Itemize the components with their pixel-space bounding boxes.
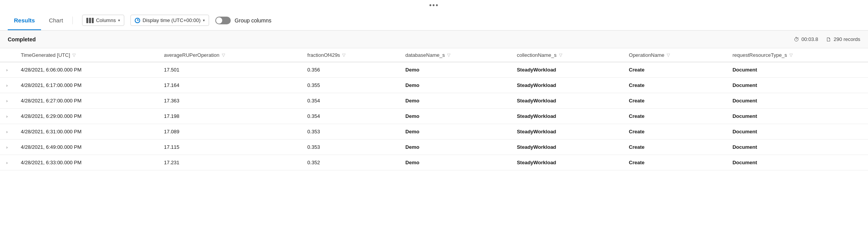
cell-time-5: 4/28/2021, 6:49:00.000 PM	[15, 140, 158, 155]
status-text: Completed	[8, 36, 36, 43]
cell-fraction-0: 0.356	[301, 62, 399, 78]
filter-avg-ru-icon[interactable]: ▽	[222, 53, 225, 58]
cell-time-4: 4/28/2021, 6:31:00.000 PM	[15, 124, 158, 140]
cell-time-3: 4/28/2021, 6:29:00.000 PM	[15, 109, 158, 124]
cell-time-6: 4/28/2021, 6:33:00.000 PM	[15, 155, 158, 170]
expand-button[interactable]: ›	[4, 129, 10, 135]
cell-collection-4: SteadyWorkload	[511, 124, 623, 140]
cell-collection-5: SteadyWorkload	[511, 140, 623, 155]
clock-icon	[135, 18, 140, 23]
timer-icon: ⏱	[794, 36, 799, 43]
expand-btn-cell: ›	[0, 62, 15, 78]
expand-btn-cell: ›	[0, 140, 15, 155]
cell-avg-ru-5: 17.115	[158, 140, 301, 155]
cell-db-name-0: Demo	[399, 62, 511, 78]
cell-db-name-4: Demo	[399, 124, 511, 140]
cell-fraction-6: 0.352	[301, 155, 399, 170]
cell-operation-0: Create	[623, 62, 726, 78]
expand-btn-cell: ›	[0, 93, 15, 109]
table-row: › 4/28/2021, 6:31:00.000 PM 17.089 0.353…	[0, 124, 868, 140]
group-columns-toggle[interactable]	[215, 17, 231, 24]
display-time-button[interactable]: Display time (UTC+00:00) ▾	[130, 15, 209, 26]
cell-avg-ru-3: 17.198	[158, 109, 301, 124]
duration-value: 00:03.8	[801, 36, 818, 42]
expand-button[interactable]: ›	[4, 113, 10, 119]
th-collection-name: collectionName_s ▽	[511, 48, 623, 62]
cell-collection-3: SteadyWorkload	[511, 109, 623, 124]
expand-btn-cell: ›	[0, 155, 15, 170]
tab-results[interactable]: Results	[8, 10, 41, 30]
cell-time-1: 4/28/2021, 6:17:00.000 PM	[15, 78, 158, 93]
expand-btn-cell: ›	[0, 78, 15, 93]
group-columns-toggle-wrap: Group columns	[215, 17, 271, 24]
tab-chart[interactable]: Chart	[43, 10, 69, 30]
results-table: TimeGenerated [UTC] ▽ averageRUPerOperat…	[0, 48, 868, 170]
filter-db-name-icon[interactable]: ▽	[447, 53, 450, 58]
th-time-generated: TimeGenerated [UTC] ▽	[15, 48, 158, 62]
cell-collection-6: SteadyWorkload	[511, 155, 623, 170]
expand-button[interactable]: ›	[4, 82, 10, 89]
columns-button[interactable]: Columns ▾	[82, 15, 124, 26]
cell-operation-2: Create	[623, 93, 726, 109]
cell-db-name-3: Demo	[399, 109, 511, 124]
cell-collection-0: SteadyWorkload	[511, 62, 623, 78]
cell-operation-3: Create	[623, 109, 726, 124]
th-expand	[0, 48, 15, 62]
cell-collection-2: SteadyWorkload	[511, 93, 623, 109]
cell-operation-4: Create	[623, 124, 726, 140]
filter-resource-type-icon[interactable]: ▽	[789, 53, 793, 58]
columns-chevron-icon: ▾	[118, 18, 120, 22]
cell-resource-type-4: Document	[726, 124, 868, 140]
filter-time-generated-icon[interactable]: ▽	[72, 53, 75, 58]
status-bar: Completed ⏱ 00:03.8 🗋 290 records	[0, 31, 868, 48]
display-time-chevron-icon: ▾	[203, 18, 205, 22]
records-value: 290 records	[834, 36, 860, 42]
cell-operation-6: Create	[623, 155, 726, 170]
th-avg-ru: averageRUPerOperation ▽	[158, 48, 301, 62]
cell-resource-type-0: Document	[726, 62, 868, 78]
expand-button[interactable]: ›	[4, 160, 10, 166]
expand-button[interactable]: ›	[4, 144, 10, 150]
cell-avg-ru-0: 17.501	[158, 62, 301, 78]
cell-collection-1: SteadyWorkload	[511, 78, 623, 93]
cell-operation-5: Create	[623, 140, 726, 155]
table-row: › 4/28/2021, 6:49:00.000 PM 17.115 0.353…	[0, 140, 868, 155]
cell-resource-type-5: Document	[726, 140, 868, 155]
columns-icon	[86, 18, 94, 23]
th-fraction: fractionOf429s ▽	[301, 48, 399, 62]
cell-db-name-5: Demo	[399, 140, 511, 155]
records-item: 🗋 290 records	[826, 36, 860, 43]
th-operation-name: OperationName ▽	[623, 48, 726, 62]
cell-avg-ru-6: 17.231	[158, 155, 301, 170]
expand-btn-cell: ›	[0, 109, 15, 124]
cell-db-name-2: Demo	[399, 93, 511, 109]
cell-fraction-4: 0.353	[301, 124, 399, 140]
tab-divider	[72, 17, 73, 24]
table-row: › 4/28/2021, 6:17:00.000 PM 17.164 0.355…	[0, 78, 868, 93]
status-right: ⏱ 00:03.8 🗋 290 records	[794, 36, 860, 43]
expand-btn-cell: ›	[0, 124, 15, 140]
cell-resource-type-3: Document	[726, 109, 868, 124]
cell-resource-type-1: Document	[726, 78, 868, 93]
cell-time-2: 4/28/2021, 6:27:00.000 PM	[15, 93, 158, 109]
group-columns-label: Group columns	[235, 17, 271, 24]
filter-fraction-icon[interactable]: ▽	[342, 53, 345, 58]
cell-avg-ru-4: 17.089	[158, 124, 301, 140]
cell-avg-ru-2: 17.363	[158, 93, 301, 109]
cell-avg-ru-1: 17.164	[158, 78, 301, 93]
records-icon: 🗋	[826, 36, 831, 43]
expand-button[interactable]: ›	[4, 98, 10, 104]
filter-operation-name-icon[interactable]: ▽	[667, 53, 670, 58]
tab-bar: Results Chart Columns ▾ Display time (UT…	[0, 10, 868, 31]
results-table-container: TimeGenerated [UTC] ▽ averageRUPerOperat…	[0, 48, 868, 170]
cell-fraction-3: 0.354	[301, 109, 399, 124]
th-request-resource-type: requestResourceType_s ▽	[726, 48, 868, 62]
top-dots: •••	[0, 0, 868, 10]
expand-button[interactable]: ›	[4, 67, 10, 73]
cell-db-name-1: Demo	[399, 78, 511, 93]
filter-collection-name-icon[interactable]: ▽	[559, 53, 562, 58]
table-row: › 4/28/2021, 6:33:00.000 PM 17.231 0.352…	[0, 155, 868, 170]
toolbar-group: Columns ▾ Display time (UTC+00:00) ▾ Gro…	[82, 15, 271, 26]
cell-resource-type-2: Document	[726, 93, 868, 109]
cell-fraction-2: 0.354	[301, 93, 399, 109]
